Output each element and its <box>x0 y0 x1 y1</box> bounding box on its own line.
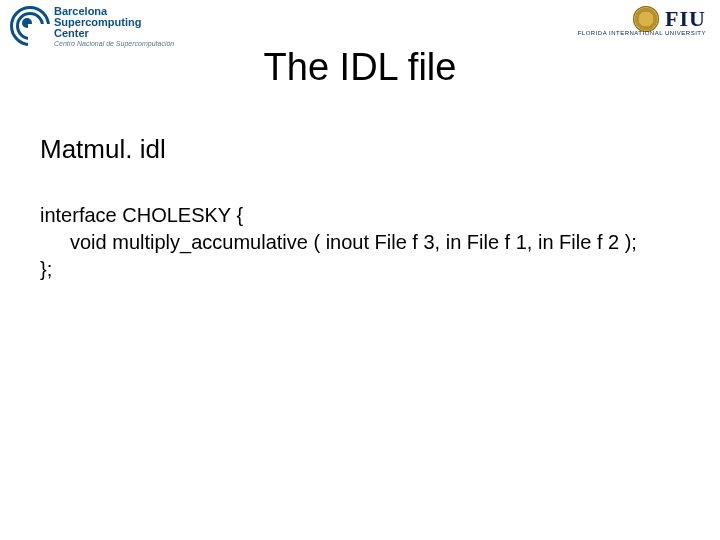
fiu-seal-icon <box>633 6 659 32</box>
code-block: interface CHOLESKY { void multiply_accum… <box>40 202 680 283</box>
header: Barcelona Supercomputing Center Centro N… <box>10 6 710 50</box>
bsc-line3: Center <box>54 28 174 39</box>
code-line-1: interface CHOLESKY { <box>40 204 243 226</box>
filename-label: Matmul. idl <box>40 134 166 165</box>
bsc-mark-icon <box>10 6 48 44</box>
fiu-subtitle: FLORIDA INTERNATIONAL UNIVERSITY <box>578 30 706 36</box>
slide-title: The IDL file <box>0 46 720 89</box>
bsc-logo: Barcelona Supercomputing Center Centro N… <box>10 6 174 47</box>
fiu-wordmark: FIU <box>665 6 706 32</box>
bsc-text: Barcelona Supercomputing Center Centro N… <box>54 6 174 47</box>
fiu-logo: FIU FLORIDA INTERNATIONAL UNIVERSITY <box>578 6 706 36</box>
code-line-3: }; <box>40 258 52 280</box>
code-line-2: void multiply_accumulative ( inout File … <box>40 229 680 256</box>
